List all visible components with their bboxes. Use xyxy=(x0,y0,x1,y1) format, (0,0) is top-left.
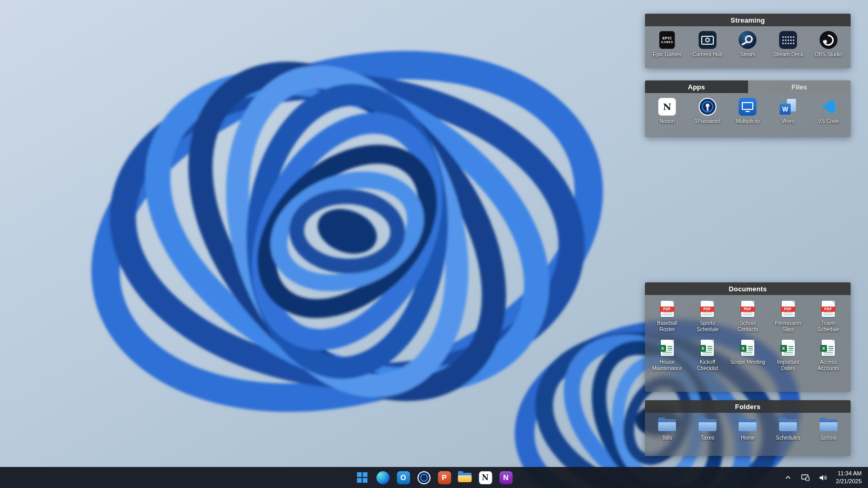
icon-label: Home xyxy=(741,435,755,441)
vs-code-icon xyxy=(819,97,838,116)
desktop-icon-sports-schedule[interactable]: PDF Sports Schedule xyxy=(688,299,728,333)
desktop-icon-access-accounts[interactable]: X Access Accounts xyxy=(808,338,849,372)
icon-label: Baseball Roster xyxy=(649,320,685,333)
desktop-icon-folder-bills[interactable]: Bills xyxy=(647,417,688,441)
notion-icon: N xyxy=(658,98,676,116)
hidden-icons-chevron[interactable] xyxy=(783,470,793,485)
icon-label: School xyxy=(820,435,836,441)
taskbar-item-powerpoint[interactable]: P xyxy=(437,470,452,485)
desktop-icon-folder-home[interactable]: Home xyxy=(728,417,768,441)
icon-label: House Maintenance xyxy=(649,359,685,372)
folder-icon xyxy=(778,417,799,433)
desktop-icon-camera-hub[interactable]: Camera Hub xyxy=(688,30,728,58)
desktop-icon-notion[interactable]: N Notion xyxy=(647,97,688,125)
desktop-icon-obs-studio[interactable]: OBS Studio xyxy=(808,30,849,58)
desktop-icon-multiplicity[interactable]: Multiplicity xyxy=(728,97,768,125)
desktop-icon-scope-meeting[interactable]: X Scope Meeting xyxy=(728,338,768,372)
excel-file-icon: X xyxy=(701,340,714,356)
icon-label: Scope Meeting xyxy=(730,359,765,365)
taskbar-item-outlook[interactable]: O xyxy=(396,470,411,485)
icon-label: Multiplicity xyxy=(735,118,760,125)
panel-title-streaming: Streaming xyxy=(645,14,851,26)
1password-icon xyxy=(699,98,716,116)
icon-label: Bills xyxy=(662,435,672,441)
fence-panel-folders: Folders Bills Taxes Home xyxy=(645,400,851,456)
fence-panel-documents: Documents PDF Baseball Roster PDF Sports… xyxy=(645,282,851,392)
pdf-file-icon: PDF xyxy=(741,301,754,317)
pdf-file-icon: PDF xyxy=(701,301,714,317)
epic-games-icon: EPIC GAMES xyxy=(659,31,675,49)
desktop-icon-steam[interactable]: Steam xyxy=(728,30,768,58)
pdf-file-icon: PDF xyxy=(782,301,795,317)
file-explorer-icon xyxy=(458,471,472,484)
desktop-icon-stream-deck[interactable]: Stream Deck xyxy=(768,30,809,58)
taskbar-item-onenote[interactable]: N xyxy=(498,470,514,485)
icon-label: Camera Hub xyxy=(693,52,723,58)
folders-icon-row: Bills Taxes Home Schedules xyxy=(645,413,851,446)
desktop-icon-kickoff-checklist[interactable]: X Kickoff Checklist xyxy=(688,338,728,372)
desktop-icon-house-maintenance[interactable]: X House Maintenance xyxy=(647,338,688,372)
fence-panel-streaming: Streaming EPIC GAMES Epic Games Camera H… xyxy=(645,14,851,68)
panel-title-folders: Folders xyxy=(645,400,851,413)
desktop: Streaming EPIC GAMES Epic Games Camera H… xyxy=(0,0,868,488)
excel-file-icon: X xyxy=(822,340,835,356)
notion-icon: N xyxy=(479,471,492,484)
documents-pdf-row: PDF Baseball Roster PDF Sports Schedule … xyxy=(645,295,851,334)
desktop-icon-important-dates[interactable]: X Important Dates xyxy=(768,338,809,372)
folder-icon xyxy=(697,417,718,433)
icon-label: Permission Slips xyxy=(770,320,806,333)
desktop-icon-word[interactable]: W Word xyxy=(768,97,809,125)
desktop-icon-permission-slips[interactable]: PDF Permission Slips xyxy=(768,299,809,333)
desktop-icon-epic-games[interactable]: EPIC GAMES Epic Games xyxy=(647,30,688,58)
icon-label: Access Accounts xyxy=(810,359,847,372)
excel-file-icon: X xyxy=(661,340,674,356)
taskbar-item-edge[interactable] xyxy=(375,470,391,485)
icon-label: Steam xyxy=(740,52,755,58)
desktop-icon-folder-taxes[interactable]: Taxes xyxy=(688,417,728,441)
tab-apps[interactable]: Apps xyxy=(645,80,748,93)
documents-excel-row: X House Maintenance X Kickoff Checklist xyxy=(645,334,851,377)
windows-logo-icon xyxy=(357,472,368,483)
fence-panel-apps-files: Apps Files N Notion 1Password Multipl xyxy=(645,80,851,137)
powerpoint-icon: P xyxy=(438,471,451,484)
1password-icon xyxy=(417,471,430,484)
folder-icon xyxy=(737,417,758,433)
start-button[interactable] xyxy=(355,470,370,485)
excel-file-icon: X xyxy=(782,340,795,356)
word-icon: W xyxy=(779,99,798,115)
icon-label: Important Dates xyxy=(770,359,806,372)
icon-label: Kickoff Checklist xyxy=(689,359,726,372)
taskbar-clock[interactable]: 11:34 AM 2/21/2025 xyxy=(835,470,863,485)
icon-label: Travel Schedule xyxy=(810,320,847,333)
desktop-icon-vs-code[interactable]: VS Code xyxy=(808,97,849,125)
desktop-icon-school-contacts[interactable]: PDF School Contacts xyxy=(728,299,768,333)
taskbar-item-notion[interactable]: N xyxy=(478,470,493,485)
clock-date: 2/21/2025 xyxy=(836,477,862,485)
steam-icon xyxy=(739,31,756,49)
outlook-icon: O xyxy=(397,471,410,484)
icon-label: Word xyxy=(782,118,794,125)
edge-icon xyxy=(376,471,389,484)
taskbar-item-1password[interactable] xyxy=(416,470,432,485)
tray-volume-button[interactable] xyxy=(817,470,828,485)
chevron-up-icon xyxy=(785,475,791,480)
taskbar-item-file-explorer[interactable] xyxy=(457,470,473,485)
icon-label: Stream Deck xyxy=(773,52,803,58)
clock-time: 11:34 AM xyxy=(837,470,862,477)
tab-files[interactable]: Files xyxy=(748,80,851,93)
desktop-icon-travel-schedule[interactable]: PDF Travel Schedule xyxy=(808,299,849,333)
streaming-icon-row: EPIC GAMES Epic Games Camera Hub Steam xyxy=(645,26,851,63)
folder-icon xyxy=(818,417,839,433)
desktop-icon-folder-schedules[interactable]: Schedules xyxy=(768,417,809,441)
tray-cast-button[interactable] xyxy=(800,470,811,485)
icon-label: Schedules xyxy=(776,435,801,441)
panel-title-documents: Documents xyxy=(645,282,851,295)
desktop-icon-1password[interactable]: 1Password xyxy=(688,97,728,125)
icon-label: VS Code xyxy=(818,118,839,125)
system-tray: 11:34 AM 2/21/2025 xyxy=(783,467,863,488)
icon-label: Sports Schedule xyxy=(689,320,726,333)
icon-label: Taxes xyxy=(701,435,714,441)
desktop-icon-baseball-roster[interactable]: PDF Baseball Roster xyxy=(647,299,688,333)
desktop-icon-folder-school[interactable]: School xyxy=(808,417,849,441)
camera-hub-icon xyxy=(699,31,716,49)
